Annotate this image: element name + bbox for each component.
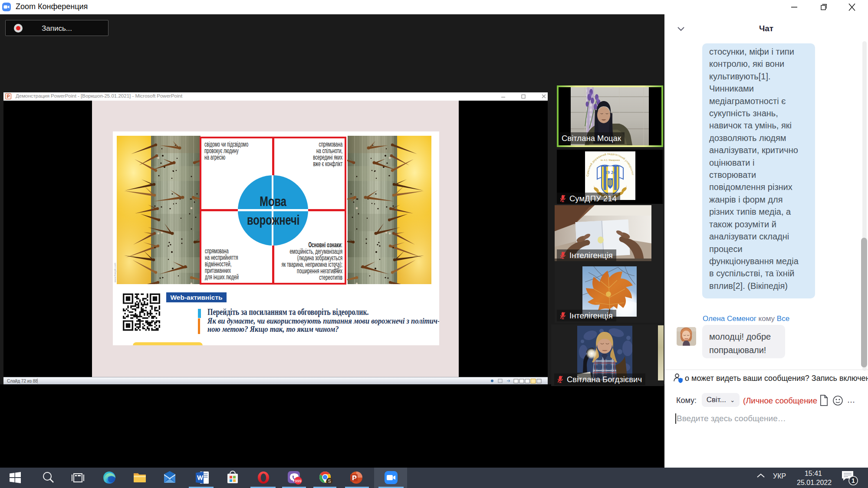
svg-text:19 24: 19 24 [605,170,616,175]
svg-text:ім. А.С. Макаренка: ім. А.С. Макаренка [601,159,620,161]
svg-text:S: S [328,479,331,484]
svg-text:1: 1 [852,477,855,484]
svg-text:999: 999 [295,479,301,483]
svg-text:P: P [7,94,10,99]
